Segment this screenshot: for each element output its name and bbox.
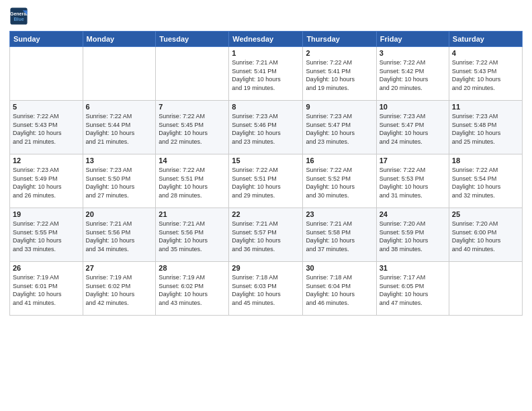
day-number: 4	[452, 49, 519, 57]
day-info: Sunrise: 7:22 AMSunset: 5:53 PMDaylight:…	[380, 166, 446, 199]
week-row-5: 26Sunrise: 7:19 AMSunset: 6:01 PMDayligh…	[10, 262, 523, 316]
day-info: Sunrise: 7:23 AMSunset: 5:48 PMDaylight:…	[452, 112, 519, 146]
weekday-header-wednesday: Wednesday	[229, 32, 303, 47]
day-info: Sunrise: 7:22 AMSunset: 5:42 PMDaylight:…	[380, 58, 446, 92]
day-number: 3	[380, 49, 446, 57]
day-number: 25	[452, 210, 519, 218]
day-cell: 24Sunrise: 7:20 AMSunset: 5:59 PMDayligh…	[376, 208, 449, 262]
day-number: 14	[159, 156, 226, 165]
day-info: Sunrise: 7:18 AMSunset: 6:04 PMDaylight:…	[306, 273, 373, 307]
day-info: Sunrise: 7:22 AMSunset: 5:51 PMDaylight:…	[159, 166, 226, 199]
day-info: Sunrise: 7:22 AMSunset: 5:52 PMDaylight:…	[306, 166, 373, 199]
day-number: 10	[380, 103, 446, 111]
calendar-table: SundayMondayTuesdayWednesdayThursdayFrid…	[9, 31, 523, 316]
day-cell	[449, 262, 522, 316]
day-number: 21	[159, 210, 226, 218]
day-cell: 8Sunrise: 7:23 AMSunset: 5:46 PMDaylight…	[229, 101, 303, 154]
day-cell: 5Sunrise: 7:22 AMSunset: 5:43 PMDaylight…	[10, 101, 83, 154]
weekday-header-tuesday: Tuesday	[156, 32, 229, 47]
day-number: 6	[86, 103, 153, 111]
day-cell: 9Sunrise: 7:23 AMSunset: 5:47 PMDaylight…	[303, 101, 376, 154]
weekday-header-row: SundayMondayTuesdayWednesdayThursdayFrid…	[10, 32, 523, 47]
day-info: Sunrise: 7:22 AMSunset: 5:55 PMDaylight:…	[13, 220, 80, 253]
day-info: Sunrise: 7:18 AMSunset: 6:03 PMDaylight:…	[232, 273, 300, 307]
day-info: Sunrise: 7:21 AMSunset: 5:57 PMDaylight:…	[232, 220, 300, 253]
day-cell: 4Sunrise: 7:22 AMSunset: 5:43 PMDaylight…	[449, 47, 522, 101]
day-info: Sunrise: 7:19 AMSunset: 6:02 PMDaylight:…	[159, 273, 226, 307]
day-number: 17	[380, 156, 446, 165]
day-number: 15	[232, 156, 300, 165]
day-info: Sunrise: 7:22 AMSunset: 5:41 PMDaylight:…	[306, 58, 373, 92]
day-info: Sunrise: 7:23 AMSunset: 5:47 PMDaylight:…	[380, 112, 446, 146]
day-info: Sunrise: 7:22 AMSunset: 5:51 PMDaylight:…	[232, 166, 300, 199]
day-cell: 3Sunrise: 7:22 AMSunset: 5:42 PMDaylight…	[376, 47, 449, 101]
day-cell: 6Sunrise: 7:22 AMSunset: 5:44 PMDaylight…	[83, 101, 156, 154]
day-cell: 31Sunrise: 7:17 AMSunset: 6:05 PMDayligh…	[376, 262, 449, 316]
day-number: 5	[13, 103, 80, 111]
day-number: 29	[232, 264, 300, 272]
weekday-header-monday: Monday	[83, 32, 156, 47]
day-cell: 23Sunrise: 7:21 AMSunset: 5:58 PMDayligh…	[303, 208, 376, 262]
day-cell: 30Sunrise: 7:18 AMSunset: 6:04 PMDayligh…	[303, 262, 376, 316]
day-cell: 18Sunrise: 7:22 AMSunset: 5:54 PMDayligh…	[449, 154, 522, 208]
day-number: 7	[159, 103, 226, 111]
day-number: 9	[306, 103, 373, 111]
day-info: Sunrise: 7:19 AMSunset: 6:02 PMDaylight:…	[86, 273, 153, 307]
day-number: 26	[13, 264, 80, 272]
day-number: 27	[86, 264, 153, 272]
day-cell	[156, 47, 229, 101]
day-cell: 13Sunrise: 7:23 AMSunset: 5:50 PMDayligh…	[83, 154, 156, 208]
day-number: 8	[232, 103, 300, 111]
day-number: 12	[13, 156, 80, 165]
day-number: 18	[452, 156, 519, 165]
logo-icon: General Blue	[9, 7, 28, 26]
logo: General Blue	[9, 7, 31, 26]
day-number: 19	[13, 210, 80, 218]
day-number: 24	[380, 210, 446, 218]
day-cell: 16Sunrise: 7:22 AMSunset: 5:52 PMDayligh…	[303, 154, 376, 208]
day-number: 22	[232, 210, 300, 218]
day-number: 31	[380, 264, 446, 272]
day-info: Sunrise: 7:23 AMSunset: 5:47 PMDaylight:…	[306, 112, 373, 146]
svg-rect-0	[10, 7, 27, 24]
day-cell: 26Sunrise: 7:19 AMSunset: 6:01 PMDayligh…	[10, 262, 83, 316]
day-cell: 22Sunrise: 7:21 AMSunset: 5:57 PMDayligh…	[229, 208, 303, 262]
weekday-header-saturday: Saturday	[449, 32, 522, 47]
day-cell: 19Sunrise: 7:22 AMSunset: 5:55 PMDayligh…	[10, 208, 83, 262]
day-info: Sunrise: 7:23 AMSunset: 5:46 PMDaylight:…	[232, 112, 300, 146]
day-number: 20	[86, 210, 153, 218]
day-info: Sunrise: 7:20 AMSunset: 5:59 PMDaylight:…	[380, 220, 446, 253]
day-number: 13	[86, 156, 153, 165]
day-info: Sunrise: 7:21 AMSunset: 5:56 PMDaylight:…	[86, 220, 153, 253]
day-info: Sunrise: 7:22 AMSunset: 5:45 PMDaylight:…	[159, 112, 226, 146]
day-cell: 25Sunrise: 7:20 AMSunset: 6:00 PMDayligh…	[449, 208, 522, 262]
day-cell: 12Sunrise: 7:23 AMSunset: 5:49 PMDayligh…	[10, 154, 83, 208]
day-cell: 1Sunrise: 7:21 AMSunset: 5:41 PMDaylight…	[229, 47, 303, 101]
day-cell: 20Sunrise: 7:21 AMSunset: 5:56 PMDayligh…	[83, 208, 156, 262]
day-info: Sunrise: 7:19 AMSunset: 6:01 PMDaylight:…	[13, 273, 80, 307]
day-cell: 17Sunrise: 7:22 AMSunset: 5:53 PMDayligh…	[376, 154, 449, 208]
day-cell: 11Sunrise: 7:23 AMSunset: 5:48 PMDayligh…	[449, 101, 522, 154]
day-info: Sunrise: 7:22 AMSunset: 5:44 PMDaylight:…	[86, 112, 153, 146]
day-info: Sunrise: 7:22 AMSunset: 5:43 PMDaylight:…	[452, 58, 519, 92]
day-info: Sunrise: 7:21 AMSunset: 5:41 PMDaylight:…	[232, 58, 300, 92]
day-info: Sunrise: 7:21 AMSunset: 5:58 PMDaylight:…	[306, 220, 373, 253]
day-info: Sunrise: 7:23 AMSunset: 5:50 PMDaylight:…	[86, 166, 153, 199]
day-cell: 27Sunrise: 7:19 AMSunset: 6:02 PMDayligh…	[83, 262, 156, 316]
day-info: Sunrise: 7:21 AMSunset: 5:56 PMDaylight:…	[159, 220, 226, 253]
header: General Blue	[9, 7, 523, 26]
weekday-header-thursday: Thursday	[303, 32, 376, 47]
weekday-header-friday: Friday	[376, 32, 449, 47]
day-number: 1	[232, 49, 300, 57]
week-row-2: 5Sunrise: 7:22 AMSunset: 5:43 PMDaylight…	[10, 101, 523, 154]
page: General Blue SundayMondayTuesdayWednesda…	[0, 0, 532, 411]
day-number: 30	[306, 264, 373, 272]
day-number: 28	[159, 264, 226, 272]
day-cell: 28Sunrise: 7:19 AMSunset: 6:02 PMDayligh…	[156, 262, 229, 316]
day-cell: 2Sunrise: 7:22 AMSunset: 5:41 PMDaylight…	[303, 47, 376, 101]
day-info: Sunrise: 7:22 AMSunset: 5:43 PMDaylight:…	[13, 112, 80, 146]
day-info: Sunrise: 7:23 AMSunset: 5:49 PMDaylight:…	[13, 166, 80, 199]
day-cell: 29Sunrise: 7:18 AMSunset: 6:03 PMDayligh…	[229, 262, 303, 316]
day-number: 11	[452, 103, 519, 111]
svg-text:Blue: Blue	[13, 17, 24, 21]
